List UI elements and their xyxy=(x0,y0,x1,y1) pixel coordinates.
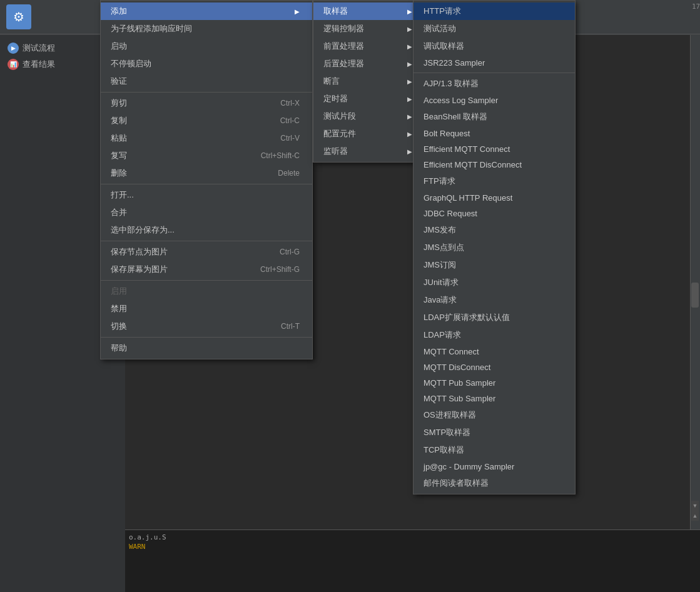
sep-3 xyxy=(101,241,312,241)
submenu-arrow-timer: ▶ xyxy=(407,96,412,103)
save-node-shortcut: Ctrl-G xyxy=(280,248,300,256)
submenu-arrow-sampler: ▶ xyxy=(407,8,412,15)
ctx-item-help[interactable]: 帮助 xyxy=(101,339,312,357)
ctx-item-debug-sampler[interactable]: 调试取样器 xyxy=(413,38,575,55)
ctx-item-paste[interactable]: 粘贴 Ctrl-V xyxy=(101,129,312,147)
ctx-item-mqtt-connect[interactable]: MQTT Connect xyxy=(413,344,575,359)
scroll-up-btn[interactable]: ▲ xyxy=(691,511,699,521)
tree-icon-test-flow: ▶ xyxy=(8,43,19,54)
ctx-item-os-process[interactable]: OS进程取样器 xyxy=(413,406,575,424)
ctx-item-jms-p2p[interactable]: JMS点到点 xyxy=(413,239,575,256)
submenu-arrow-config: ▶ xyxy=(407,131,412,138)
ctx-item-enable: 启用 xyxy=(101,283,312,300)
ctx-item-sampler[interactable]: 取样器 ▶ xyxy=(313,3,425,20)
ctx-item-graphql[interactable]: GraphQL HTTP Request xyxy=(413,190,575,206)
copy-shortcut: Ctrl-C xyxy=(280,116,300,125)
app-logo: ⚙ xyxy=(6,4,31,29)
ctx-item-delete[interactable]: 删除 Delete xyxy=(101,164,312,182)
ctx-item-assertion[interactable]: 断言 ▶ xyxy=(313,73,425,90)
ctx-item-mqtt-disconnect[interactable]: MQTT DisConnect xyxy=(413,359,575,375)
ctx-item-save-selection[interactable]: 选中部分保存为... xyxy=(101,221,312,239)
submenu-arrow-assertion: ▶ xyxy=(407,78,412,85)
ctx-item-jms-subscribe[interactable]: JMS订阅 xyxy=(413,256,575,274)
ctx-item-save-screen-img[interactable]: 保存屏幕为图片 Ctrl+Shift-G xyxy=(101,261,312,278)
sep-4 xyxy=(101,280,312,281)
sampler-sep-1 xyxy=(413,73,575,73)
ctx-item-smtp[interactable]: SMTP取样器 xyxy=(413,424,575,441)
ctx-item-bolt[interactable]: Bolt Request xyxy=(413,126,575,141)
sep-5 xyxy=(101,337,312,338)
ctx-item-http-request[interactable]: HTTP请求 xyxy=(413,3,575,20)
ctx-item-ajp[interactable]: AJP/1.3 取样器 xyxy=(413,75,575,93)
ctx-item-add-think-time[interactable]: 为子线程添加响应时间 xyxy=(101,20,312,38)
paste-shortcut: Ctrl-V xyxy=(280,134,300,143)
ctx-item-jpgc-dummy[interactable]: jp@gc - Dummy Sampler xyxy=(413,459,575,474)
ctx-item-start[interactable]: 启动 xyxy=(101,38,312,55)
ctx-item-start-no-pauses[interactable]: 不停顿启动 xyxy=(101,55,312,73)
delete-shortcut: Delete xyxy=(278,169,300,178)
ctx-item-jsr223[interactable]: JSR223 Sampler xyxy=(413,55,575,71)
log-line-warn: WARN xyxy=(129,542,696,551)
ctx-item-tcp[interactable]: TCP取样器 xyxy=(413,441,575,459)
context-menu-add: 取样器 ▶ 逻辑控制器 ▶ 前置处理器 ▶ 后置处理器 ▶ 断言 ▶ 定时器 ▶… xyxy=(313,0,425,163)
ctx-item-java-request[interactable]: Java请求 xyxy=(413,291,575,309)
ctx-item-mqtt-sub[interactable]: MQTT Sub Sampler xyxy=(413,391,575,406)
ctx-item-pre-processor[interactable]: 前置处理器 ▶ xyxy=(313,38,425,55)
ctx-item-merge[interactable]: 合并 xyxy=(101,204,312,221)
ctx-item-add[interactable]: 添加 ▶ xyxy=(101,3,312,20)
ctx-item-jdbc[interactable]: JDBC Request xyxy=(413,206,575,221)
ctx-item-copy[interactable]: 复制 Ctrl-C xyxy=(101,112,312,129)
ctx-item-save-node-img[interactable]: 保存节点为图片 Ctrl-G xyxy=(101,243,312,261)
line-number: 17 xyxy=(692,3,700,11)
duplicate-shortcut: Ctrl+Shift-C xyxy=(261,151,300,160)
ctx-item-ldap[interactable]: LDAP请求 xyxy=(413,326,575,344)
ctx-item-disable[interactable]: 禁用 xyxy=(101,300,312,318)
ctx-item-logic-controller[interactable]: 逻辑控制器 ▶ xyxy=(313,20,425,38)
ctx-item-listener[interactable]: 监听器 ▶ xyxy=(313,143,425,160)
ctx-item-test-action[interactable]: 测试活动 xyxy=(413,20,575,38)
ctx-item-cut[interactable]: 剪切 Ctrl-X xyxy=(101,94,312,112)
ctx-item-test-fragment[interactable]: 测试片段 ▶ xyxy=(313,108,425,125)
ctx-item-open[interactable]: 打开... xyxy=(101,186,312,204)
ctx-item-mail-reader[interactable]: 邮件阅读者取样器 xyxy=(413,474,575,492)
context-menu-main: 添加 ▶ 为子线程添加响应时间 启动 不停顿启动 验证 剪切 Ctrl-X 复制… xyxy=(100,0,313,359)
log-area: o.a.j.u.S WARN xyxy=(125,529,700,592)
submenu-arrow-fragment: ▶ xyxy=(407,113,412,120)
scrollbar[interactable]: ▼ ▲ 17 xyxy=(690,35,700,529)
submenu-arrow-logic: ▶ xyxy=(407,26,412,33)
save-screen-shortcut: Ctrl+Shift-G xyxy=(260,265,300,274)
context-menu-sampler: HTTP请求 测试活动 调试取样器 JSR223 Sampler AJP/1.3… xyxy=(413,0,576,494)
ctx-item-duplicate[interactable]: 复写 Ctrl+Shift-C xyxy=(101,147,312,164)
toggle-shortcut: Ctrl-T xyxy=(281,322,300,331)
submenu-arrow-post: ▶ xyxy=(407,61,412,68)
submenu-arrow-listener: ▶ xyxy=(407,148,412,155)
ctx-item-mqtt-pub[interactable]: MQTT Pub Sampler xyxy=(413,375,575,391)
scrollbar-thumb[interactable] xyxy=(691,283,699,308)
ctx-item-config-element[interactable]: 配置元件 ▶ xyxy=(313,125,425,143)
ctx-item-ldap-ext[interactable]: LDAP扩展请求默认认值 xyxy=(413,309,575,326)
sep-2 xyxy=(101,184,312,184)
ctx-item-efficient-mqtt-disconnect[interactable]: Efficient MQTT DisConnect xyxy=(413,157,575,173)
submenu-arrow-pre: ▶ xyxy=(407,43,412,50)
log-line-1: o.a.j.u.S xyxy=(129,533,696,542)
ctx-item-validate[interactable]: 验证 xyxy=(101,73,312,90)
ctx-item-jms-publish[interactable]: JMS发布 xyxy=(413,221,575,239)
ctx-item-toggle[interactable]: 切换 Ctrl-T xyxy=(101,318,312,335)
tree-icon-view-results: 📊 xyxy=(8,59,19,70)
ctx-item-beanshell[interactable]: BeanShell 取样器 xyxy=(413,108,575,126)
ctx-item-junit[interactable]: JUnit请求 xyxy=(413,274,575,291)
scroll-down-btn[interactable]: ▼ xyxy=(691,501,699,511)
ctx-item-ftp[interactable]: FTP请求 xyxy=(413,173,575,190)
ctx-item-post-processor[interactable]: 后置处理器 ▶ xyxy=(313,55,425,73)
submenu-arrow-add: ▶ xyxy=(295,8,300,15)
ctx-item-access-log-sampler[interactable]: Access Log Sampler xyxy=(413,93,575,108)
sep-1 xyxy=(101,92,312,93)
ctx-item-efficient-mqtt-connect[interactable]: Efficient MQTT Connect xyxy=(413,141,575,157)
ctx-item-timer[interactable]: 定时器 ▶ xyxy=(313,90,425,108)
